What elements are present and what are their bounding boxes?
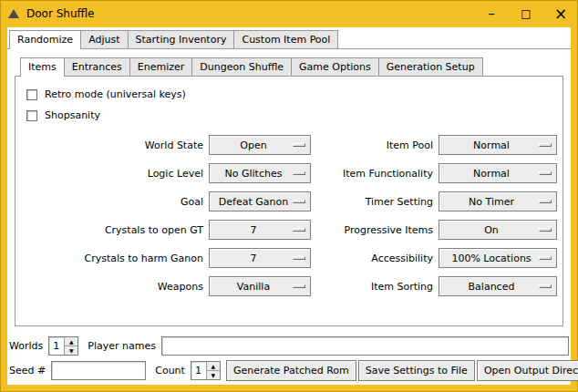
tab-starting-inventory[interactable]: Starting Inventory xyxy=(128,30,235,48)
window-title: Door Shuffle xyxy=(26,7,94,20)
maximize-icon: □ xyxy=(521,7,531,20)
item-functionality-label: Item Functionality xyxy=(316,168,433,180)
inner-notebook: Items Entrances Enemizer Dungeon Shuffle… xyxy=(15,55,563,326)
worlds-label: Worlds xyxy=(9,340,43,352)
player-names-label: Player names xyxy=(88,340,156,352)
world-state-value: Open xyxy=(240,139,266,151)
count-spin-up-button[interactable]: ▲ xyxy=(206,362,220,371)
app-window: Door Shuffle – □ × Randomize Adjust Star… xyxy=(0,0,578,392)
generation-row: Seed # Count 1 ▲ ▼ Generate Patched Rom … xyxy=(9,360,569,381)
count-value: 1 xyxy=(191,362,206,379)
seed-input[interactable] xyxy=(51,361,146,380)
count-spinbox[interactable]: 1 ▲ ▼ xyxy=(191,361,221,380)
item-functionality-value: Normal xyxy=(473,168,510,180)
weapons-dropdown[interactable]: Vanilla xyxy=(209,276,311,296)
retro-mode-checkbox[interactable] xyxy=(26,89,37,100)
spin-up-icon: ▲ xyxy=(212,363,216,369)
crystals-open-gt-dropdown[interactable]: 7 xyxy=(209,220,311,240)
inner-tab-bar: Items Entrances Enemizer Dungeon Shuffle… xyxy=(15,55,563,77)
logic-level-value: No Glitches xyxy=(225,168,283,180)
accessibility-value: 100% Locations xyxy=(451,253,531,264)
timer-setting-dropdown[interactable]: No Timer xyxy=(439,191,557,211)
crystals-open-gt-label: Crystals to open GT xyxy=(25,224,203,236)
tab-adjust[interactable]: Adjust xyxy=(80,30,128,48)
generate-patched-rom-button[interactable]: Generate Patched Rom xyxy=(226,360,356,381)
window-content: Randomize Adjust Starting Inventory Cust… xyxy=(7,27,571,385)
minimize-icon: – xyxy=(488,5,495,22)
world-state-label: World State xyxy=(25,139,203,151)
worlds-spin-down-button[interactable]: ▼ xyxy=(64,346,77,355)
timer-setting-label: Timer Setting xyxy=(316,196,433,208)
logic-level-label: Logic Level xyxy=(25,168,203,180)
weapons-label: Weapons xyxy=(25,281,203,293)
crystals-harm-ganon-label: Crystals to harm Ganon xyxy=(25,253,203,264)
tab-generation-setup[interactable]: Generation Setup xyxy=(378,57,483,76)
worlds-spinbox[interactable]: 1 ▲ ▼ xyxy=(48,336,78,356)
item-sorting-label: Item Sorting xyxy=(316,281,433,293)
close-button[interactable]: × xyxy=(543,0,578,27)
app-icon xyxy=(8,9,19,18)
items-tab-pane: Retro mode (universal keys) Shopsanity W… xyxy=(15,77,563,326)
retro-mode-label: Retro mode (universal keys) xyxy=(45,88,186,100)
world-state-dropdown[interactable]: Open xyxy=(209,135,311,155)
dropdown-indicator-icon xyxy=(293,200,305,203)
open-output-directory-button[interactable]: Open Output Directory xyxy=(477,360,578,381)
window-controls: – □ × xyxy=(474,0,578,27)
count-spin-down-button[interactable]: ▼ xyxy=(206,371,220,379)
dropdown-indicator-icon xyxy=(293,143,305,147)
progressive-items-value: On xyxy=(484,224,499,236)
item-functionality-dropdown[interactable]: Normal xyxy=(439,163,557,183)
dropdown-indicator-icon xyxy=(539,284,552,288)
titlebar[interactable]: Door Shuffle – □ × xyxy=(0,0,578,27)
tab-custom-item-pool[interactable]: Custom Item Pool xyxy=(233,30,338,48)
dropdown-indicator-icon xyxy=(539,143,552,147)
progressive-items-dropdown[interactable]: On xyxy=(439,220,557,240)
tab-entrances[interactable]: Entrances xyxy=(64,57,130,76)
shopsanity-label: Shopsanity xyxy=(45,109,100,121)
item-pool-value: Normal xyxy=(473,139,510,151)
spin-up-icon: ▲ xyxy=(69,338,74,345)
item-sorting-value: Balanced xyxy=(469,281,515,293)
seed-label: Seed # xyxy=(9,365,46,377)
minimize-button[interactable]: – xyxy=(474,0,509,27)
save-settings-button[interactable]: Save Settings to File xyxy=(358,360,475,381)
count-label: Count xyxy=(155,365,185,377)
tab-enemizer[interactable]: Enemizer xyxy=(129,57,193,76)
dropdown-indicator-icon xyxy=(293,284,305,288)
item-sorting-dropdown[interactable]: Balanced xyxy=(439,276,557,296)
spin-down-icon: ▼ xyxy=(212,372,216,378)
tab-items[interactable]: Items xyxy=(20,57,65,77)
options-grid: World State Open Item Pool Normal Logic … xyxy=(25,135,563,296)
logic-level-dropdown[interactable]: No Glitches xyxy=(209,163,311,183)
dropdown-indicator-icon xyxy=(539,171,552,175)
goal-value: Defeat Ganon xyxy=(219,196,288,208)
weapons-value: Vanilla xyxy=(237,281,270,293)
worlds-value: 1 xyxy=(49,337,64,355)
worlds-spin-up-button[interactable]: ▲ xyxy=(64,337,77,346)
item-pool-label: Item Pool xyxy=(316,139,433,151)
item-pool-dropdown[interactable]: Normal xyxy=(439,135,557,155)
accessibility-label: Accessibility xyxy=(316,253,433,264)
multiworld-row: Worlds 1 ▲ ▼ Player names xyxy=(9,336,569,356)
goal-dropdown[interactable]: Defeat Ganon xyxy=(209,191,311,211)
dropdown-indicator-icon xyxy=(539,200,552,203)
goal-label: Goal xyxy=(25,196,203,208)
crystals-harm-ganon-dropdown[interactable]: 7 xyxy=(209,248,311,268)
dropdown-indicator-icon xyxy=(539,228,552,232)
shopsanity-checkbox[interactable] xyxy=(26,110,37,121)
tab-dungeon-shuffle[interactable]: Dungeon Shuffle xyxy=(191,57,292,76)
accessibility-dropdown[interactable]: 100% Locations xyxy=(439,248,557,268)
maximize-button[interactable]: □ xyxy=(509,0,543,27)
dropdown-indicator-icon xyxy=(539,256,552,260)
progressive-items-label: Progressive Items xyxy=(316,224,433,236)
tab-game-options[interactable]: Game Options xyxy=(291,57,379,76)
crystals-open-gt-value: 7 xyxy=(251,224,257,236)
player-names-input[interactable] xyxy=(161,336,569,356)
retro-mode-row: Retro mode (universal keys) xyxy=(26,84,563,105)
dropdown-indicator-icon xyxy=(293,256,305,260)
dropdown-indicator-icon xyxy=(293,171,305,175)
outer-tab-bar: Randomize Adjust Starting Inventory Cust… xyxy=(7,27,571,49)
spin-down-icon: ▼ xyxy=(69,347,74,354)
timer-setting-value: No Timer xyxy=(469,196,514,208)
tab-randomize[interactable]: Randomize xyxy=(9,30,81,49)
